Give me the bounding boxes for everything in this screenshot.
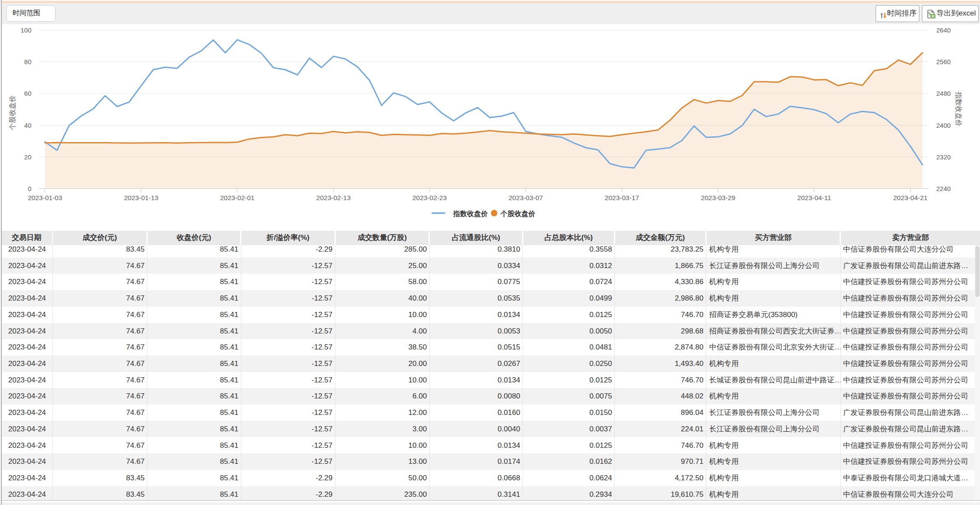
svg-text:2023-02-23: 2023-02-23: [412, 194, 447, 201]
svg-text:2320: 2320: [936, 153, 951, 161]
svg-text:2023-03-07: 2023-03-07: [509, 194, 543, 201]
svg-text:2023-02-01: 2023-02-01: [220, 194, 254, 201]
svg-text:2480: 2480: [936, 90, 951, 97]
svg-text:80: 80: [24, 58, 32, 65]
svg-text:2240: 2240: [936, 185, 951, 192]
svg-text:2023-01-13: 2023-01-13: [124, 194, 158, 201]
svg-text:个股收盘价: 个股收盘价: [500, 210, 536, 217]
svg-text:2023-04-21: 2023-04-21: [893, 194, 928, 201]
svg-text:2023-04-11: 2023-04-11: [797, 194, 831, 201]
svg-text:指数收盘价: 指数收盘价: [453, 210, 488, 217]
svg-text:2023-03-29: 2023-03-29: [701, 194, 735, 201]
svg-text:2560: 2560: [936, 58, 951, 65]
svg-text:20: 20: [24, 153, 32, 161]
svg-text:个股收盘价: 个股收盘价: [9, 95, 16, 130]
svg-text:40: 40: [24, 122, 32, 129]
svg-text:指数收盘价: 指数收盘价: [955, 91, 962, 126]
svg-text:2023-01-03: 2023-01-03: [28, 194, 62, 201]
svg-text:100: 100: [20, 26, 31, 34]
svg-text:2400: 2400: [936, 122, 951, 129]
svg-text:0: 0: [28, 185, 31, 192]
svg-text:2640: 2640: [936, 26, 951, 34]
svg-text:2023-03-17: 2023-03-17: [605, 194, 639, 201]
svg-text:60: 60: [24, 90, 32, 97]
svg-text:2023-02-13: 2023-02-13: [316, 194, 350, 201]
